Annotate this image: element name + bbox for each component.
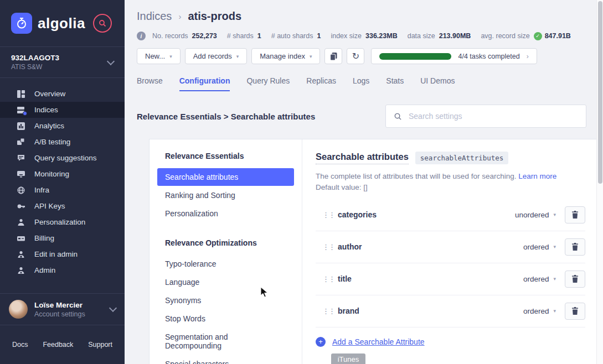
- menu-item-stop-words[interactable]: Stop Words: [157, 310, 294, 327]
- sidebar-item-billing[interactable]: Billing: [0, 230, 125, 246]
- drag-handle-icon[interactable]: [322, 307, 330, 315]
- manage-index-button[interactable]: Manage index: [251, 48, 320, 64]
- learn-more-link[interactable]: Learn more: [518, 172, 556, 180]
- delete-attribute-button[interactable]: [565, 303, 585, 320]
- tab-ui-demos[interactable]: UI Demos: [420, 76, 455, 91]
- main-area: Indices atis-prods No. records252,273 # …: [125, 0, 596, 364]
- copy-index-button[interactable]: [324, 48, 342, 64]
- sidebar-item-overview[interactable]: Overview: [0, 86, 125, 102]
- sidebar-item-admin[interactable]: Admin: [0, 262, 125, 278]
- logo-row: algolia: [0, 0, 125, 47]
- mode-value: ordered: [523, 307, 549, 315]
- page-scrollbar[interactable]: [596, 0, 603, 364]
- sidebar-item-ab-testing[interactable]: A/B testing: [0, 134, 125, 150]
- menu-item-searchable-attributes[interactable]: Searchable attributes: [157, 168, 294, 186]
- menu-item-personalization[interactable]: Personalization: [157, 205, 294, 222]
- sidebar-item-indices[interactable]: Indices: [0, 102, 125, 118]
- tab-query-rules[interactable]: Query Rules: [246, 76, 290, 91]
- panel-description: The complete list of attributes that wil…: [316, 171, 585, 182]
- tab-browse[interactable]: Browse: [137, 76, 163, 91]
- stat-value: 847.91B: [545, 32, 571, 40]
- drag-ghost-tooltip: iTunes: [331, 353, 365, 364]
- sidebar-item-infra[interactable]: Infra: [0, 182, 125, 198]
- sidebar-item-query-suggestions[interactable]: Query suggestions: [0, 150, 125, 166]
- tab-replicas[interactable]: Replicas: [306, 76, 336, 91]
- manage-index-label: Manage index: [260, 52, 305, 60]
- attribute-row-brand: brand ordered: [316, 295, 585, 327]
- support-link[interactable]: Support: [88, 341, 112, 349]
- key-icon: [17, 202, 25, 210]
- analytics-icon: [17, 122, 25, 130]
- menu-item-segmentation[interactable]: Segmentation and Decompounding: [157, 328, 294, 355]
- sidebar-item-label: Admin: [34, 266, 55, 274]
- delete-attribute-button[interactable]: [565, 238, 585, 256]
- settings-search-box[interactable]: [385, 105, 586, 128]
- add-records-label: Add records: [193, 52, 232, 60]
- tab-configuration[interactable]: Configuration: [179, 76, 230, 91]
- account-menu[interactable]: Loïse Mercier Account settings: [0, 293, 125, 325]
- drag-handle-icon[interactable]: [322, 275, 330, 283]
- sidebar-item-edit-in-admin[interactable]: Edit in admin: [0, 246, 125, 262]
- drag-handle-icon[interactable]: [322, 243, 330, 251]
- tasks-progress-button[interactable]: 4/4 tasks completed: [371, 48, 537, 64]
- indices-icon: [17, 106, 25, 114]
- settings-menu: Relevance Essentials Searchable attribut…: [150, 139, 302, 364]
- docs-link[interactable]: Docs: [12, 341, 28, 349]
- add-records-button[interactable]: Add records: [185, 48, 248, 64]
- settings-header: Relevance Essentials > Searchable attrib…: [137, 105, 586, 128]
- menu-item-special-characters[interactable]: Special characters: [157, 355, 294, 364]
- caret-down-icon: [553, 308, 556, 314]
- sidebar-item-personalization[interactable]: Personalization: [0, 214, 125, 230]
- scrollbar-thumb[interactable]: [598, 1, 602, 184]
- plus-icon: [316, 337, 326, 347]
- add-searchable-attribute-button[interactable]: Add a Searchable Attribute: [316, 337, 585, 347]
- mode-dropdown[interactable]: ordered: [523, 243, 556, 251]
- tab-stats[interactable]: Stats: [386, 76, 404, 91]
- new-button[interactable]: New...: [137, 48, 181, 64]
- delete-attribute-button[interactable]: [565, 271, 585, 288]
- sidebar-item-label: Query suggestions: [34, 154, 97, 162]
- billing-card-icon: [17, 235, 25, 242]
- menu-item-ranking-and-sorting[interactable]: Ranking and Sorting: [157, 186, 294, 204]
- settings-search-input[interactable]: [409, 112, 578, 121]
- mode-dropdown[interactable]: ordered: [523, 275, 556, 283]
- menu-item-typo-tolerance[interactable]: Typo-tolerance: [157, 255, 294, 273]
- mode-dropdown[interactable]: unordered: [515, 211, 556, 219]
- stat-value: 1: [257, 32, 261, 40]
- app-switcher[interactable]: 932LAAGOT3 ATIS S&W: [0, 47, 125, 78]
- menu-item-synonyms[interactable]: Synonyms: [157, 292, 294, 309]
- breadcrumb-indices-link[interactable]: Indices: [137, 10, 172, 23]
- info-icon[interactable]: [137, 32, 146, 40]
- feedback-link[interactable]: Feedback: [43, 341, 73, 349]
- sidebar-item-monitoring[interactable]: Monitoring: [0, 166, 125, 182]
- monitoring-icon: [17, 170, 25, 178]
- index-name: atis-prods: [188, 10, 241, 23]
- stopwatch-icon: [15, 17, 28, 30]
- mode-value: ordered: [523, 275, 549, 283]
- stat-label: # auto shards: [271, 32, 313, 40]
- sidebar-item-label: Indices: [34, 106, 58, 114]
- sidebar-item-label: Analytics: [34, 122, 64, 130]
- drag-handle-icon[interactable]: [322, 211, 330, 219]
- sidebar-nav: Overview Indices Analytics A/B testing Q…: [0, 78, 125, 278]
- global-search-button[interactable]: [93, 14, 112, 33]
- refresh-button[interactable]: [347, 48, 364, 64]
- sidebar-item-label: Personalization: [34, 218, 85, 226]
- algolia-dashboard: algolia 932LAAGOT3 ATIS S&W Overview Ind…: [0, 0, 603, 364]
- new-button-label: New...: [145, 52, 165, 60]
- mode-dropdown[interactable]: ordered: [523, 307, 556, 315]
- attribute-name: title: [338, 274, 352, 283]
- tab-logs[interactable]: Logs: [353, 76, 369, 91]
- group-title-relevance-essentials: Relevance Essentials: [157, 152, 294, 160]
- sidebar-item-label: A/B testing: [34, 138, 70, 146]
- mode-value: unordered: [515, 211, 549, 219]
- algolia-logo-icon[interactable]: [11, 13, 32, 34]
- chevron-down-icon: [107, 57, 115, 65]
- sidebar-item-api-keys[interactable]: API Keys: [0, 198, 125, 214]
- stat-label: No. records: [152, 32, 188, 40]
- attribute-row-categories: categories unordered: [316, 199, 585, 231]
- sidebar-item-analytics[interactable]: Analytics: [0, 118, 125, 134]
- delete-attribute-button[interactable]: [565, 206, 585, 223]
- stat-value: 252,273: [192, 32, 217, 40]
- menu-item-language[interactable]: Language: [157, 273, 294, 291]
